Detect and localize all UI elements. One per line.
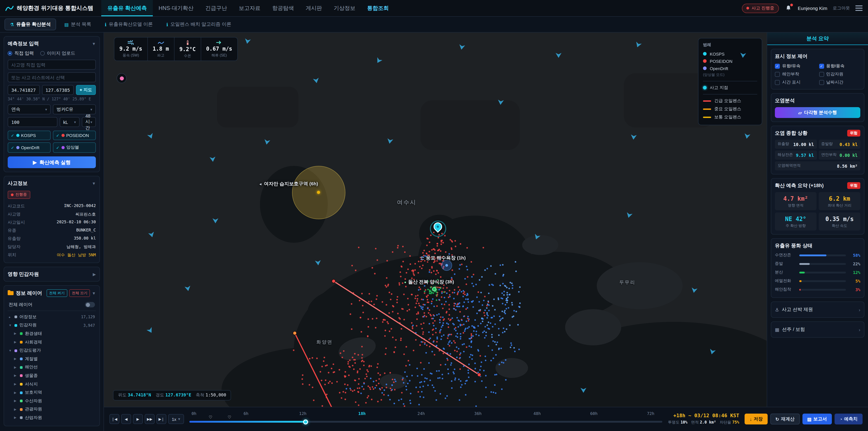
display-checkbox[interactable]: ✓풍향/풍속 — [819, 63, 860, 69]
play-button[interactable]: ▶ — [133, 414, 143, 424]
map-style-button[interactable] — [117, 73, 127, 83]
duration-select[interactable]: 48시간▾ — [82, 117, 96, 127]
step-back-button[interactable]: ◀ — [121, 414, 131, 424]
tab[interactable]: ▤분석 목록 — [59, 19, 97, 30]
layer-item[interactable]: ▶서식지 — [8, 380, 96, 389]
layer-item[interactable]: ▶계절별 — [8, 355, 96, 363]
tree-arrow-icon[interactable]: ▼ — [8, 349, 12, 352]
tree-arrow-icon[interactable]: ▶ — [14, 399, 18, 403]
skip-end-button[interactable]: ▶❘ — [156, 414, 166, 424]
nav-item[interactable]: 긴급구난 — [199, 0, 233, 16]
tree-arrow-icon[interactable]: ● — [8, 315, 12, 319]
timeline-tick[interactable]: 72h — [647, 411, 654, 416]
panel-title-tab[interactable]: 분석 요약 — [767, 33, 868, 45]
timeline-tick[interactable]: 6h — [244, 411, 249, 416]
farm-marker-icon[interactable] — [432, 287, 436, 291]
display-checkbox[interactable]: 해안부착 — [775, 71, 816, 77]
보고서-button[interactable]: ▤보고서 — [802, 413, 832, 425]
layer-item[interactable]: ▶해안선 — [8, 363, 96, 372]
timeline-tick[interactable]: 24h — [417, 411, 425, 416]
tree-arrow-icon[interactable]: ▶ — [14, 332, 18, 336]
incident-list-input[interactable] — [8, 72, 96, 82]
expand-chevron-icon[interactable]: › — [859, 327, 860, 332]
nav-item[interactable]: 유출유 확산예측 — [101, 0, 153, 16]
expand-chevron-icon[interactable]: › — [859, 307, 860, 312]
logout-link[interactable]: 로그아웃 — [833, 5, 850, 11]
timeline-tick[interactable]: 0h — [191, 411, 196, 416]
display-checkbox[interactable]: 날짜시간 — [819, 80, 860, 86]
layer-item[interactable]: ▶보호지역 — [8, 389, 96, 397]
timeline-tick[interactable]: 48h — [533, 411, 541, 416]
nav-item[interactable]: 게시판 — [300, 0, 328, 16]
layer-item[interactable]: ▶산업자원 — [8, 413, 96, 422]
map-canvas-area[interactable]: ◄여자만 습지보호구역 (6h) ⛱웅포 해수욕장 (1h) ●돌산 전복 양식… — [104, 33, 767, 407]
layer-item[interactable]: ▶생물종 — [8, 372, 96, 380]
tree-arrow-icon[interactable]: ▶ — [14, 408, 18, 411]
tree-arrow-icon[interactable]: ▶ — [14, 366, 18, 369]
layer-item[interactable]: ▶환경생태 — [8, 330, 96, 338]
timeline-tick[interactable]: 18h — [358, 411, 366, 416]
timeline-tick[interactable]: 60h — [590, 411, 598, 416]
run-prediction-button[interactable]: ▶ 확산예측 실행 — [8, 156, 96, 168]
tree-arrow-icon[interactable]: ▶ — [14, 391, 18, 394]
layer-item[interactable]: ▼민감도평가 — [8, 346, 96, 355]
skip-start-button[interactable]: ❘◀ — [110, 414, 119, 424]
time-slider[interactable]: 0h6h12h18h24h36h48h60h72h♡♡ — [189, 410, 662, 428]
tab[interactable]: ℹ유출유확산모델 이론 — [99, 19, 158, 30]
collapse-chevron-icon[interactable]: ▼ — [92, 181, 96, 186]
timeline-tick[interactable]: 12h — [299, 411, 307, 416]
slider-thumb[interactable] — [303, 419, 308, 424]
menu-icon[interactable] — [855, 5, 863, 11]
tab[interactable]: ⚗유출유 확산분석 — [4, 19, 56, 30]
spill-type-select[interactable]: 연속▾ — [8, 104, 51, 114]
layers-all-on-button[interactable]: 전체 켜기 — [46, 289, 67, 297]
model-checkbox[interactable]: ✓POSEIDON — [53, 131, 96, 140]
tree-arrow-icon[interactable]: ▶ — [14, 340, 18, 344]
owner-insurance-card[interactable]: ▦ 선주 / 보험 › — [771, 321, 864, 338]
저장-button[interactable]: ↓저장 — [745, 413, 768, 425]
model-checkbox[interactable]: ✓KOSPS — [8, 131, 51, 140]
bookmark-heart-icon[interactable]: ♡ — [209, 415, 212, 420]
bookmark-heart-icon[interactable]: ♡ — [228, 415, 231, 420]
latitude-input[interactable] — [8, 85, 39, 95]
model-checkbox[interactable]: ✓앙상블 — [53, 143, 96, 153]
nav-item[interactable]: HNS·대기확산 — [153, 0, 199, 16]
display-checkbox[interactable]: 시간 표시 — [775, 80, 816, 86]
display-checkbox[interactable]: ✓유향/유속 — [775, 63, 816, 69]
예측치-button[interactable]: ◔예측치 — [835, 413, 863, 425]
재계산-button[interactable]: ↻재계산 — [770, 413, 800, 425]
ship-spec-card[interactable]: ⚓ 사고 선박 제원 › — [771, 302, 864, 318]
fast-forward-button[interactable]: ▶▶ — [145, 414, 155, 424]
layer-item[interactable]: ▶관광자원 — [8, 405, 96, 413]
tree-arrow-icon[interactable]: ▶ — [14, 374, 18, 378]
collapse-chevron-icon[interactable]: ▼ — [92, 41, 96, 46]
speed-select[interactable]: 1x▾ — [168, 414, 184, 424]
layer-item[interactable]: ▶수산자원 — [8, 397, 96, 405]
nav-item[interactable]: 보고자료 — [233, 0, 266, 16]
tree-arrow-icon[interactable]: ▼ — [8, 324, 12, 327]
incident-status-badge[interactable]: 사고 진행중 — [742, 3, 779, 13]
nav-item[interactable]: 통합조회 — [361, 0, 395, 16]
tree-arrow-icon[interactable]: ▶ — [14, 416, 18, 420]
radio-direct-input[interactable]: 직접 입력 — [8, 50, 34, 57]
timeline-tick[interactable]: 36h — [474, 411, 482, 416]
collapse-chevron-icon[interactable]: ▼ — [92, 291, 96, 296]
layers-all-off-button[interactable]: 전체 끄기 — [69, 289, 90, 297]
tab[interactable]: ℹ오일펜스 배치 알고리즘 이론 — [161, 19, 237, 30]
notification-bell-icon[interactable] — [784, 4, 792, 12]
user-name[interactable]: Eunjeong Kim — [798, 5, 827, 11]
radio-image-upload[interactable]: 이미지 업로드 — [40, 50, 75, 57]
layer-item[interactable]: ●어장정보17,129 — [8, 313, 96, 321]
layer-item[interactable]: ▶사회경제 — [8, 338, 96, 346]
amount-input[interactable] — [8, 117, 57, 127]
unit-select[interactable]: kL▾ — [60, 117, 80, 127]
incident-name-input[interactable] — [8, 60, 96, 70]
oil-type-select[interactable]: 벙커C유▾ — [53, 104, 96, 114]
beach-marker[interactable] — [441, 260, 452, 271]
pick-on-map-button[interactable]: ⌖ 지도 — [76, 85, 96, 95]
nav-item[interactable]: 항공탐색 — [266, 0, 300, 16]
model-checkbox[interactable]: ✓OpenDrift — [8, 143, 51, 153]
expand-chevron-icon[interactable]: ▶ — [93, 272, 96, 276]
master-layer-toggle[interactable] — [85, 302, 95, 307]
layer-item[interactable]: ▼민감자원3,947 — [8, 321, 96, 330]
